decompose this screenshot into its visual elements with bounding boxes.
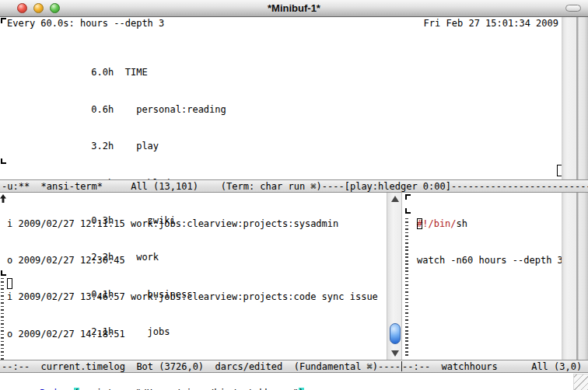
report-line: 0.6h personal:reading bbox=[7, 104, 226, 117]
fringe-buffer-top-icon bbox=[405, 194, 411, 200]
timelog-pane[interactable]: i 2009/02/27 12:11:15 work:jobs:clearvie… bbox=[0, 193, 387, 360]
report-line: 6.0h TIME bbox=[7, 67, 226, 79]
scrollbar-track[interactable] bbox=[562, 193, 576, 360]
title-bar[interactable]: *Minibuf-1* bbox=[0, 0, 588, 17]
ansi-term-pane[interactable]: Every 60.0s: hours --depth 3 Fri Feb 27 … bbox=[0, 17, 588, 179]
resize-grip-icon[interactable] bbox=[573, 374, 588, 390]
minibuffer[interactable]: Redo: (ansi-term "/Users/simon/bin/watch… bbox=[0, 373, 588, 390]
script-source: #!/bin/sh watch -n60 hours --depth 3 bbox=[417, 193, 563, 291]
modeline-text: --:-- watchhours All (3,0) bbox=[402, 361, 582, 372]
timelog-line: i 2009/02/27 12:11:15 work:jobs:clearvie… bbox=[7, 218, 378, 231]
toolbar-toggle-button[interactable] bbox=[565, 5, 581, 12]
script-pane[interactable]: #!/bin/sh watch -n60 hours --depth 3 bbox=[402, 193, 588, 360]
timelog-line: o 2009/02/27 14:18:51 bbox=[7, 329, 378, 341]
emacs-window: *Minibuf-1* Every 60.0s: hours --depth 3… bbox=[0, 0, 588, 390]
shebang-interpreter: #!/bin/ bbox=[417, 218, 457, 229]
modeline-row: --:-- current.timelog Bot (3726,0) darcs… bbox=[0, 360, 588, 373]
scroll-up-icon[interactable] bbox=[391, 196, 399, 202]
modeline-timelog[interactable]: --:-- current.timelog Bot (3726,0) darcs… bbox=[0, 360, 402, 372]
fringe-buffer-bottom-icon bbox=[1, 158, 6, 164]
modeline-text: --:-- current.timelog Bot (3726,0) darcs… bbox=[2, 361, 401, 372]
report-line: 3.2h play bbox=[7, 141, 226, 153]
shebang-shell: sh bbox=[457, 218, 467, 229]
timelog-line: o 2009/02/27 12:30:45 bbox=[7, 255, 378, 267]
scrollbar[interactable] bbox=[387, 193, 402, 360]
modeline-ansi-term[interactable]: -u:** *ansi-term* All (13,101) (Term: ch… bbox=[0, 179, 588, 193]
fringe-buffer-top-icon bbox=[1, 18, 6, 23]
fringe-buffer-bottom-icon bbox=[1, 270, 6, 276]
fringe-buffer-bottom-icon bbox=[405, 208, 411, 214]
timelog-entries: i 2009/02/27 12:11:15 work:jobs:clearvie… bbox=[7, 193, 378, 360]
script-command: watch -n60 hours --depth 3 bbox=[417, 255, 563, 267]
buffer-cursor bbox=[7, 278, 12, 289]
modeline-text: -u:** *ansi-term* All (13,101) (Term: ch… bbox=[2, 181, 588, 193]
buffer-cursor bbox=[417, 218, 422, 229]
window-edge bbox=[576, 17, 588, 179]
scrollbar-thumb[interactable] bbox=[390, 323, 401, 344]
watch-header: Every 60.0s: hours --depth 3 bbox=[7, 18, 164, 30]
scrollbar-track[interactable] bbox=[562, 17, 576, 179]
scroll-down-icon[interactable] bbox=[391, 350, 399, 357]
timelog-line: i 2009/02/27 13:46:57 work:jobs:clearvie… bbox=[7, 291, 378, 304]
fringe-up-arrow-icon bbox=[0, 194, 6, 203]
window-title: *Minibuf-1* bbox=[0, 2, 588, 15]
modeline-watchhours[interactable]: --:-- watchhours All (3,0) bbox=[402, 360, 588, 372]
fringe-empty-lines-icon bbox=[1, 278, 4, 360]
watch-timestamp: Fri Feb 27 15:01:34 2009 bbox=[424, 18, 558, 30]
fringe-empty-lines-icon bbox=[405, 218, 408, 357]
window-edge bbox=[576, 193, 588, 360]
shebang-line: #!/bin/sh bbox=[417, 218, 563, 231]
